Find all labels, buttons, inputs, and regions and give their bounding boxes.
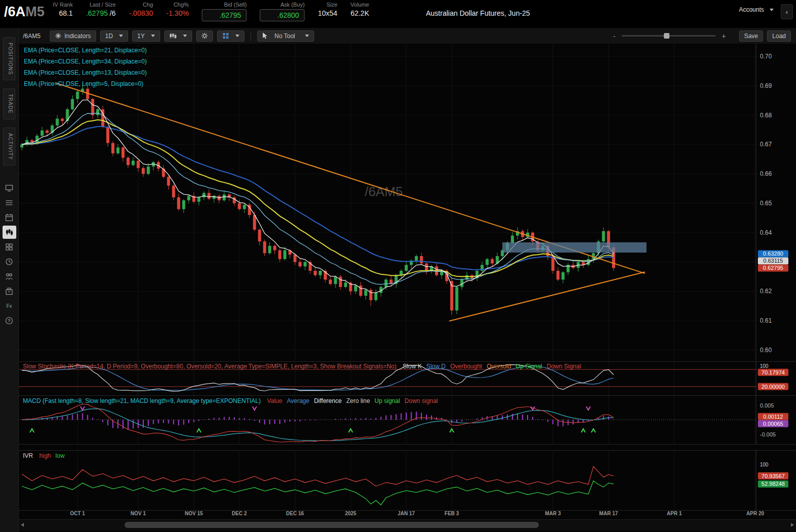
indicators-button[interactable]: Indicators: [50, 30, 96, 42]
header-field-volume: Volume62.2K: [351, 2, 370, 17]
ivr-legend: highlow: [35, 452, 65, 459]
zoom-slider[interactable]: [622, 35, 716, 37]
indicators-icon: [55, 33, 62, 39]
price-tick: 0.69: [760, 82, 772, 89]
field-label-chg: Chg: [143, 2, 153, 8]
symbol-title: /6AM5: [4, 4, 45, 20]
x-axis-label: APR 1: [667, 511, 682, 516]
ivr-title[interactable]: IVR: [23, 452, 33, 459]
legend-item-up-signal: Up signal: [375, 397, 400, 404]
chart-style-dropdown[interactable]: [164, 30, 192, 42]
up-signal-arrow-icon: [591, 429, 595, 432]
timeframe-dropdown[interactable]: 1D: [100, 30, 128, 42]
zoom-out-button[interactable]: -: [611, 32, 618, 40]
field-value-bid-sell[interactable]: .62795: [202, 9, 247, 21]
save-button[interactable]: Save: [739, 30, 763, 42]
x-axis-label: FEB 3: [445, 511, 459, 516]
header-quote-fields: IV Rank68.1Last / Size.62795 /6Chg-.0083…: [53, 2, 369, 21]
ema-label-0[interactable]: EMA (Price=CLOSE, Length=21, Displace=0): [24, 45, 147, 56]
accounts-dropdown[interactable]: Accounts: [739, 6, 774, 13]
chevron-down-icon: [770, 9, 774, 11]
field-value-iv-rank: 68.1: [59, 9, 73, 17]
price-tick: 0.70: [760, 53, 772, 60]
stoch-bubble-value: 20.00000: [761, 384, 785, 390]
timeframe-value: 1D: [105, 33, 113, 40]
chevron-down-icon: [235, 35, 239, 37]
field-value-volume: 62.2K: [351, 9, 370, 17]
calendar-icon: [5, 213, 13, 222]
field-label-iv-rank: IV Rank: [53, 2, 73, 8]
sidebar-ledger-button[interactable]: [3, 196, 16, 209]
ema-label-1[interactable]: EMA (Price=CLOSE, Length=34, Displace=0): [24, 56, 147, 67]
trendline-lower[interactable]: [449, 272, 645, 321]
range-dropdown[interactable]: 1Y: [132, 30, 160, 42]
scroll-left-arrow-icon[interactable]: [21, 523, 24, 527]
macd-title[interactable]: MACD (Fast length=8, Slow length=21, MAC…: [23, 397, 261, 404]
sidebar-fx-button[interactable]: Fx: [3, 299, 16, 312]
sidebar-apps-button[interactable]: [3, 240, 16, 254]
sidebar-chart-button[interactable]: [3, 226, 16, 239]
ivr-panel-canvas[interactable]: 10070.9356752.98248: [19, 450, 796, 511]
price-tick: 0.64: [760, 229, 772, 236]
sidebar-monitor-button[interactable]: [3, 181, 16, 195]
collapse-panel-button[interactable]: ‹: [781, 4, 793, 19]
sidebar-tab-activity[interactable]: ACTIVITY: [3, 128, 15, 166]
supply-zone-rectangle[interactable]: [502, 242, 647, 253]
sidebar-calendar-button[interactable]: [3, 211, 16, 224]
macd-histogram: [22, 412, 614, 429]
symbol-suffix: M5: [25, 4, 45, 19]
legend-item-up-signal: Up Signal: [515, 363, 542, 370]
zoom-control: - +: [611, 32, 728, 40]
ema-21-line: [22, 120, 614, 277]
x-axis-label: NOV 1: [131, 511, 146, 516]
macd-bubble-value: 0.00065: [763, 421, 783, 427]
layout-grid-dropdown[interactable]: [217, 30, 244, 42]
field-value2-last-size: /6: [108, 9, 116, 17]
scroll-right-arrow-icon[interactable]: [791, 523, 794, 527]
sidebar-history-button[interactable]: [3, 255, 16, 268]
load-button[interactable]: Load: [767, 30, 791, 42]
gear-icon: [201, 33, 208, 39]
field-value-ask-buy[interactable]: .62800: [260, 9, 304, 21]
zoom-in-button[interactable]: +: [720, 32, 728, 40]
x-axis-label: MAR 3: [545, 511, 561, 516]
ledger-icon: [5, 199, 13, 207]
field-value-chg: -1.30%: [166, 9, 189, 17]
header-field-chg: Chg-.00830: [129, 2, 153, 17]
sidebar-tab-trade[interactable]: TRADE: [3, 88, 15, 119]
field-label-volume: Volume: [351, 2, 370, 8]
stochastic-title[interactable]: Slow Stochastic (K Period=14, D Period=9…: [23, 363, 396, 370]
symbol-root: /6A: [4, 4, 25, 19]
chart-settings-button[interactable]: [196, 30, 213, 42]
zoom-slider-thumb[interactable]: [664, 33, 669, 39]
down-signal-arrow-icon: [586, 406, 590, 410]
ema-label-2[interactable]: EMA (Price=CLOSE, Length=13, Displace=0): [24, 67, 147, 78]
sidebar-tab-positions[interactable]: POSITIONS: [3, 37, 15, 80]
field-label-chg: Chg%: [173, 2, 189, 8]
drawing-tool-dropdown[interactable]: No Tool: [257, 30, 314, 42]
down-signal-arrow-icon: [80, 406, 84, 410]
price-chart-canvas[interactable]: /6AM50.700.690.680.670.660.650.640.630.6…: [19, 44, 796, 361]
macd-axis-neg: -0.005: [760, 431, 776, 437]
chevron-down-icon: [183, 35, 187, 37]
scrollbar-thumb[interactable]: [125, 522, 539, 528]
macd-legend: ValueAverageDifferenceZero lineUp signal…: [262, 397, 438, 404]
price-tick: 0.65: [760, 200, 772, 207]
ema-label-3[interactable]: EMA (Price=CLOSE, Length=5, Displace=0): [24, 78, 147, 89]
ema-study-labels: EMA (Price=CLOSE, Length=21, Displace=0)…: [24, 45, 147, 89]
price-tick: 0.68: [760, 112, 772, 119]
legend-item-high: high: [39, 452, 51, 459]
range-value: 1Y: [137, 33, 145, 40]
ivr-low-line: [22, 481, 614, 505]
header-field-ask-buy: Ask (Buy).62800: [260, 2, 304, 21]
sidebar-archive-button[interactable]: [3, 285, 16, 298]
header-field-last-size: Last / Size.62795 /6: [86, 2, 115, 17]
sidebar-people-button[interactable]: [3, 270, 16, 283]
field-value-size: 10x54: [318, 9, 337, 17]
sidebar-help-button[interactable]: ?: [3, 314, 16, 327]
candle-chart-icon: [169, 33, 177, 39]
chart-symbol-label: /6AM5: [23, 33, 41, 40]
horizontal-scrollbar[interactable]: [19, 519, 796, 531]
chart-watermark: /6AM5: [364, 184, 403, 199]
legend-item-down-signal: Down Signal: [547, 363, 581, 370]
